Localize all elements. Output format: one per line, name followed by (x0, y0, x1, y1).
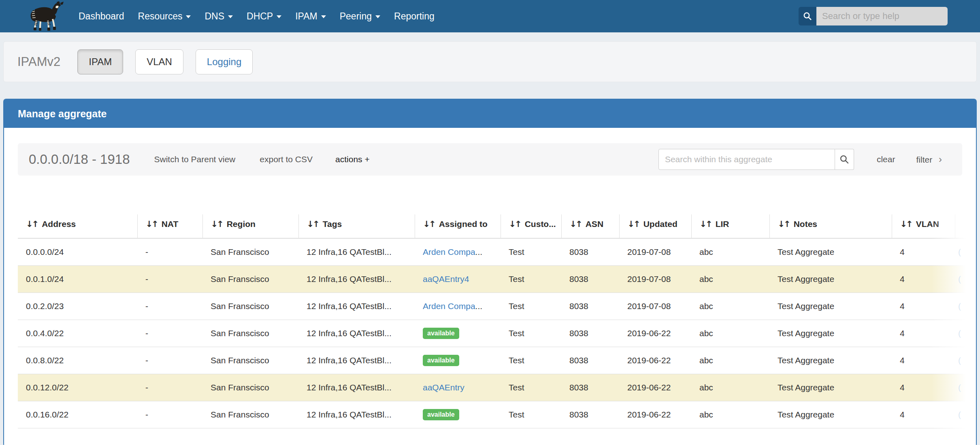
tab-vlan[interactable]: VLAN (135, 49, 183, 74)
clipped-column-fragment: ( (958, 328, 961, 338)
cell-customer: Test (501, 347, 561, 374)
nav-item-dns[interactable]: DNS (205, 11, 233, 22)
cell-region: San Franscisco (202, 292, 298, 320)
clipped-column-fragment: ( (958, 274, 961, 284)
cell-lir: abc (691, 320, 769, 347)
truncation-ellipsis: ... (475, 247, 483, 256)
table-row[interactable]: 0.0.2.0/23-San Franscisco12 Infra,16 QAT… (18, 292, 976, 320)
caret-down-icon (277, 15, 281, 18)
tab-ipam[interactable]: IPAM (77, 49, 123, 74)
column-label: Assigned to (439, 219, 488, 229)
column-header-assigned[interactable]: ↓↑Assigned to (415, 214, 501, 238)
cell-address: 0.0.0.0/24 (18, 238, 137, 265)
cell-updated: 2019-06-22 (619, 347, 691, 374)
cell-lir: abc (691, 374, 769, 401)
assigned-link[interactable]: Arden Compa (423, 247, 475, 256)
aggregate-table: ↓↑Address↓↑NAT↓↑Region↓↑Tags↓↑Assigned t… (18, 214, 976, 428)
column-header-notes[interactable]: ↓↑Notes (769, 214, 892, 238)
cell-clipped: ( (955, 347, 976, 374)
export-csv-link[interactable]: export to CSV (260, 155, 313, 164)
cell-asn: 8038 (561, 238, 619, 265)
nav-item-label: DNS (205, 11, 224, 22)
column-header-region[interactable]: ↓↑Region (202, 214, 298, 238)
nav-item-resources[interactable]: Resources (138, 11, 191, 22)
column-label: Updated (643, 219, 677, 229)
manage-aggregate-panel: Manage aggregate 0.0.0.0/18 - 1918 Switc… (3, 99, 977, 445)
aggregate-search (658, 149, 854, 170)
cell-asn: 8038 (561, 374, 619, 401)
column-header-lir[interactable]: ↓↑LIR (691, 214, 769, 238)
cell-clipped: ( (955, 320, 976, 347)
table-row[interactable]: 0.0.0.0/24-San Franscisco12 Infra,16 QAT… (18, 238, 976, 265)
search-icon[interactable] (799, 7, 816, 25)
column-header-clipped (955, 214, 976, 238)
main-menu: DashboardResourcesDNSDHCPIPAMPeeringRepo… (79, 11, 448, 22)
column-header-customer[interactable]: ↓↑Custo... (501, 214, 561, 238)
column-label: LIR (716, 219, 729, 229)
nav-item-dashboard[interactable]: Dashboard (79, 11, 124, 22)
sort-icon: ↓↑ (900, 219, 912, 229)
nav-item-label: Resources (138, 11, 183, 22)
column-header-address[interactable]: ↓↑Address (18, 214, 137, 238)
column-header-asn[interactable]: ↓↑ASN (561, 214, 619, 238)
cell-tags: 12 Infra,16 QATestBl... (298, 292, 415, 320)
clipped-column-fragment: ( (958, 247, 961, 256)
cell-updated: 2019-06-22 (619, 320, 691, 347)
cell-region: San Franscisco (202, 265, 298, 292)
assigned-link[interactable]: aaQAEntry (423, 383, 464, 392)
cell-updated: 2019-07-08 (619, 292, 691, 320)
nav-item-dhcp[interactable]: DHCP (247, 11, 281, 22)
column-header-tags[interactable]: ↓↑Tags (298, 214, 415, 238)
cell-asn: 8038 (561, 347, 619, 374)
cell-assigned: aaQAEntry (415, 374, 501, 401)
table-row[interactable]: 0.0.12.0/22-San Franscisco12 Infra,16 QA… (18, 374, 976, 401)
top-navbar: DashboardResourcesDNSDHCPIPAMPeeringRepo… (0, 0, 980, 32)
column-label: Notes (794, 219, 817, 229)
global-search-input[interactable] (816, 7, 948, 25)
cell-updated: 2019-06-22 (619, 401, 691, 428)
cell-notes: Test Aggregate (769, 320, 892, 347)
panel-heading: Manage aggregate (4, 100, 976, 128)
table-row[interactable]: 0.0.1.0/24-San Franscisco12 Infra,16 QAT… (18, 265, 976, 292)
table-row[interactable]: 0.0.4.0/22-San Franscisco12 Infra,16 QAT… (18, 320, 976, 347)
column-label: VLAN (916, 219, 939, 229)
cell-lir: abc (691, 401, 769, 428)
column-label: Custo... (525, 219, 556, 229)
column-header-vlan[interactable]: ↓↑VLAN (892, 214, 955, 238)
switch-parent-view-link[interactable]: Switch to Parent view (154, 155, 236, 164)
clear-link[interactable]: clear (877, 155, 895, 164)
table-row[interactable]: 0.0.8.0/22-San Franscisco12 Infra,16 QAT… (18, 347, 976, 374)
cell-assigned: available (415, 401, 501, 428)
cell-vlan: 4 (892, 374, 955, 401)
assigned-link[interactable]: aaQAEntry4 (423, 274, 469, 284)
global-search (799, 7, 948, 25)
sort-icon: ↓↑ (700, 219, 712, 229)
cell-assigned: Arden Compa... (415, 292, 501, 320)
sort-icon: ↓↑ (628, 219, 639, 229)
cell-vlan: 4 (892, 292, 955, 320)
nav-item-label: Reporting (394, 11, 435, 22)
assigned-link[interactable]: Arden Compa (423, 301, 475, 311)
cell-customer: Test (501, 292, 561, 320)
cell-clipped: ( (955, 238, 976, 265)
nav-item-reporting[interactable]: Reporting (394, 11, 435, 22)
cell-clipped: ( (955, 292, 976, 320)
nav-item-label: Dashboard (79, 11, 124, 22)
column-header-nat[interactable]: ↓↑NAT (137, 214, 202, 238)
nav-item-ipam[interactable]: IPAM (295, 11, 326, 22)
aggregate-search-button[interactable] (835, 149, 854, 170)
table-row[interactable]: 0.0.16.0/22-San Franscisco12 Infra,16 QA… (18, 401, 976, 428)
column-header-updated[interactable]: ↓↑Updated (619, 214, 691, 238)
sort-icon: ↓↑ (423, 219, 435, 229)
cell-region: San Franscisco (202, 347, 298, 374)
filter-label: filter (916, 155, 932, 164)
tab-logging[interactable]: Logging (196, 49, 253, 74)
truncation-ellipsis: ... (475, 301, 483, 311)
actions-menu[interactable]: actions + (335, 155, 370, 164)
cell-notes: Test Aggregate (769, 238, 892, 265)
aggregate-search-input[interactable] (658, 149, 835, 170)
cell-customer: Test (501, 320, 561, 347)
filter-link[interactable]: filter › (916, 154, 942, 165)
nav-item-label: DHCP (247, 11, 273, 22)
nav-item-peering[interactable]: Peering (340, 11, 380, 22)
